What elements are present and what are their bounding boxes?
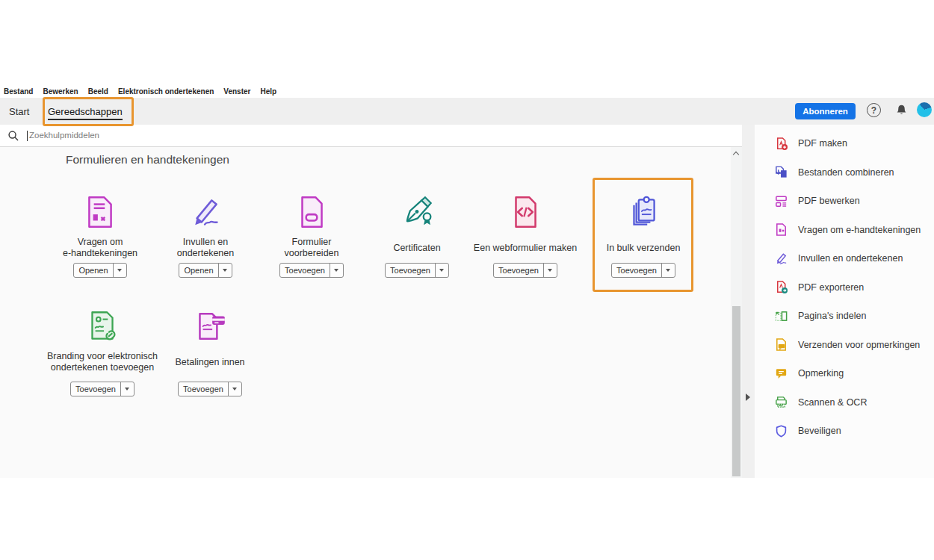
menu-bar: Bestand Bewerken Beeld Elektronisch onde… xyxy=(0,85,934,98)
card-action-dropdown[interactable] xyxy=(219,264,232,277)
caret-down-icon xyxy=(125,388,129,391)
export-pdf-icon xyxy=(774,280,788,294)
search-icon xyxy=(7,130,19,142)
prepare-form-icon xyxy=(292,193,331,231)
toevoegen-split-button[interactable]: Toevoegen xyxy=(178,382,242,396)
text-cursor xyxy=(27,131,28,141)
card-action-dropdown[interactable] xyxy=(436,264,448,277)
caret-down-icon xyxy=(117,269,122,272)
bell-icon xyxy=(895,104,908,116)
panel-item-label: PDF exporteren xyxy=(798,282,864,293)
tools-content-area: Formulieren en handtekeningen Vragen om … xyxy=(0,147,731,478)
panel-item-pdf-maken[interactable]: PDF maken xyxy=(755,129,934,158)
panel-gutter xyxy=(742,125,755,478)
card-action-dropdown[interactable] xyxy=(662,264,675,277)
panel-item-label: Opmerking xyxy=(798,368,844,379)
fill-and-sign-icon xyxy=(774,252,788,266)
card-invullen-en-ondertekenen[interactable]: Invullen en ondertekenen Openen xyxy=(146,193,265,278)
notifications-bell-icon[interactable] xyxy=(894,103,909,117)
toevoegen-split-button[interactable]: Toevoegen xyxy=(385,263,449,278)
card-action-button[interactable]: Openen xyxy=(74,264,113,277)
panel-item-opmerking[interactable]: Opmerking xyxy=(755,359,934,388)
toevoegen-split-button[interactable]: Toevoegen xyxy=(279,263,344,278)
openen-split-button[interactable]: Openen xyxy=(73,263,126,278)
card-action-dropdown[interactable] xyxy=(229,382,241,396)
acrobat-tools-screen: Bestand Bewerken Beeld Elektronisch onde… xyxy=(0,0,934,560)
caret-down-icon xyxy=(232,388,237,391)
card-action-button[interactable]: Toevoegen xyxy=(179,382,229,396)
card-label: Branding voor elektronisch ondertekenen … xyxy=(47,350,158,374)
combine-files-icon xyxy=(774,165,788,179)
card-action-dropdown[interactable] xyxy=(544,264,557,277)
user-avatar[interactable] xyxy=(917,102,932,117)
card-in-bulk-verzenden[interactable]: In bulk verzenden Toevoegen xyxy=(584,193,703,278)
toevoegen-split-button[interactable]: Toevoegen xyxy=(70,382,134,396)
protect-icon xyxy=(774,424,788,438)
expand-panel-arrow-icon[interactable] xyxy=(746,393,750,401)
help-icon[interactable]: ? xyxy=(867,103,881,117)
panel-item-bestanden-combineren[interactable]: Bestanden combineren xyxy=(755,158,934,187)
edit-pdf-icon xyxy=(774,194,788,208)
search-input[interactable]: Zoekhulpmiddelen xyxy=(0,125,742,147)
panel-item-paginas-indelen[interactable]: Pagina's indelen xyxy=(755,302,934,331)
card-action-button[interactable]: Toevoegen xyxy=(612,264,662,277)
active-tab-underline xyxy=(48,119,123,120)
panel-item-label: Scannen & OCR xyxy=(798,397,867,408)
panel-item-label: PDF maken xyxy=(798,138,847,149)
collect-payments-icon xyxy=(191,307,229,346)
menu-help[interactable]: Help xyxy=(260,87,276,96)
subscribe-button[interactable]: Abonneren xyxy=(795,103,856,119)
card-vragen-om-e-handtekeningen[interactable]: Vragen om e-handtekeningen Openen xyxy=(40,193,160,278)
card-action-dropdown[interactable] xyxy=(114,264,126,277)
panel-item-label: Beveiligen xyxy=(798,426,841,436)
card-action-dropdown[interactable] xyxy=(330,264,343,277)
card-formulier-voorbereiden[interactable]: Formulier voorbereiden Toevoegen xyxy=(252,193,371,278)
organize-pages-icon xyxy=(774,309,788,323)
panel-item-pdf-exporteren[interactable]: PDF exporteren xyxy=(755,273,934,302)
panel-item-pdf-bewerken[interactable]: PDF bewerken xyxy=(755,187,934,216)
panel-item-vragen-om-e-handtekeningen[interactable]: Vragen om e-handtekeningen xyxy=(755,216,934,245)
tab-gereedschappen[interactable]: Gereedschappen xyxy=(48,98,123,125)
vertical-scrollbar[interactable] xyxy=(731,147,742,478)
card-action-button[interactable]: Openen xyxy=(179,264,218,277)
card-betalingen-innen[interactable]: Betalingen innen Toevoegen xyxy=(143,307,277,396)
panel-item-verzenden-voor-opmerkingen[interactable]: Verzenden voor opmerkingen xyxy=(755,331,934,360)
card-label: Vragen om e-handtekeningen xyxy=(63,236,137,260)
card-action-button[interactable]: Toevoegen xyxy=(71,382,121,396)
toevoegen-split-button[interactable]: Toevoegen xyxy=(493,263,557,278)
card-action-button[interactable]: Toevoegen xyxy=(494,264,544,277)
request-esign-icon xyxy=(774,223,788,237)
panel-item-label: PDF bewerken xyxy=(798,196,860,206)
menu-elektronisch-ondertekenen[interactable]: Elektronisch ondertekenen xyxy=(118,87,214,96)
scroll-up-icon[interactable] xyxy=(733,152,739,158)
comment-icon xyxy=(774,367,788,381)
card-action-dropdown[interactable] xyxy=(121,382,134,396)
panel-item-label: Vragen om e-handtekeningen xyxy=(798,225,921,235)
panel-item-beveiligen[interactable]: Beveiligen xyxy=(755,417,934,446)
tools-right-panel: PDF maken Bestanden combineren PDF bewer… xyxy=(755,125,934,478)
panel-item-scannen-ocr[interactable]: Scannen & OCR xyxy=(755,388,934,417)
card-label: In bulk verzenden xyxy=(607,236,681,260)
menu-beeld[interactable]: Beeld xyxy=(88,87,108,96)
menu-bewerken[interactable]: Bewerken xyxy=(43,87,78,96)
card-action-button[interactable]: Toevoegen xyxy=(386,264,436,277)
menu-venster[interactable]: Venster xyxy=(223,87,250,96)
panel-item-label: Verzenden voor opmerkingen xyxy=(798,340,920,350)
scan-ocr-icon xyxy=(774,395,788,409)
tab-start[interactable]: Start xyxy=(9,98,29,125)
caret-down-icon xyxy=(334,269,338,272)
menu-bestand[interactable]: Bestand xyxy=(4,87,33,96)
search-placeholder: Zoekhulpmiddelen xyxy=(29,125,99,146)
card-label: Betalingen innen xyxy=(175,350,244,374)
panel-item-invullen-en-ondertekenen[interactable]: Invullen en ondertekenen xyxy=(755,244,934,273)
card-action-button[interactable]: Toevoegen xyxy=(280,264,330,277)
openen-split-button[interactable]: Openen xyxy=(179,263,232,278)
card-label: Invullen en ondertekenen xyxy=(177,236,234,260)
toevoegen-split-button[interactable]: Toevoegen xyxy=(611,263,675,278)
card-een-webformulier-maken[interactable]: Een webformulier maken Toevoegen xyxy=(454,193,596,278)
tab-bar: Start Gereedschappen xyxy=(0,98,934,125)
scrollbar-thumb[interactable] xyxy=(732,306,740,476)
card-label: Een webformulier maken xyxy=(474,236,577,260)
card-label: Formulier voorbereiden xyxy=(285,236,339,260)
caret-down-icon xyxy=(439,269,444,272)
